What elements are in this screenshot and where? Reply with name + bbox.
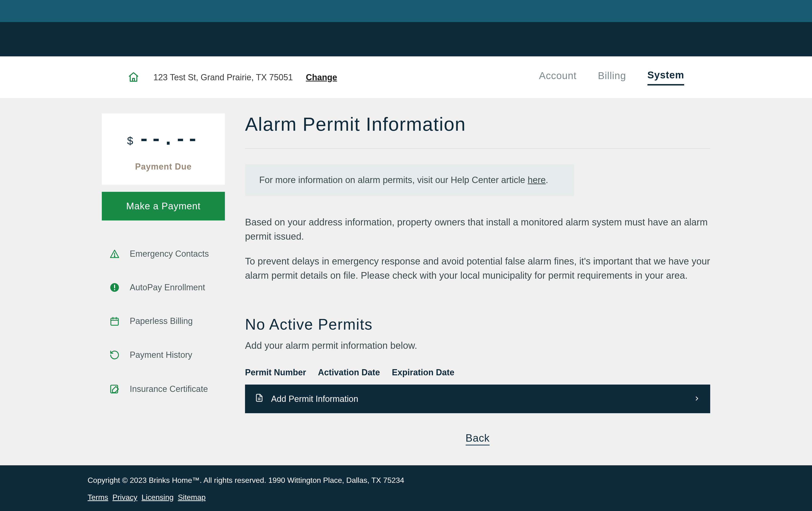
- sidebar-item-label: Payment History: [130, 350, 192, 360]
- nav-tabs: Account Billing System: [539, 69, 684, 85]
- content: Alarm Permit Information For more inform…: [245, 113, 710, 444]
- alert-circle-icon: [109, 283, 120, 292]
- sidebar-item-paperless[interactable]: Paperless Billing: [102, 304, 225, 338]
- info-box-prefix: For more information on alarm permits, v…: [259, 175, 528, 185]
- section-subtitle: Add your alarm permit information below.: [245, 340, 710, 351]
- footer-copyright: Copyright © 2023 Brinks Home™. All right…: [88, 476, 724, 485]
- svg-rect-9: [111, 385, 118, 393]
- page-title: Alarm Permit Information: [245, 113, 710, 149]
- second-strip: [0, 22, 812, 56]
- header-bar: 123 Test St, Grand Prairie, TX 75051 Cha…: [0, 56, 812, 98]
- warning-icon: [109, 249, 120, 259]
- dollar-sign: $: [127, 135, 133, 147]
- tab-account[interactable]: Account: [539, 70, 577, 85]
- payment-due-label: Payment Due: [111, 162, 215, 172]
- sidebar-item-label: Emergency Contacts: [130, 249, 209, 259]
- footer-link-terms[interactable]: Terms: [88, 493, 108, 502]
- section-title: No Active Permits: [245, 316, 710, 333]
- info-box-link[interactable]: here: [528, 175, 546, 185]
- edit-doc-icon: [109, 384, 120, 394]
- back-link-wrap: Back: [245, 432, 710, 444]
- address-text: 123 Test St, Grand Prairie, TX 75051: [153, 73, 293, 82]
- info-box-suffix: .: [546, 175, 548, 185]
- col-activation-date: Activation Date: [318, 368, 380, 377]
- add-permit-button[interactable]: Add Permit Information: [245, 385, 710, 413]
- footer-link-privacy[interactable]: Privacy: [112, 493, 137, 502]
- history-icon: [109, 350, 120, 360]
- tab-billing[interactable]: Billing: [598, 70, 626, 85]
- info-box: For more information on alarm permits, v…: [245, 164, 574, 196]
- amount-value: --.--: [139, 129, 200, 149]
- svg-rect-5: [111, 318, 118, 325]
- calendar-icon: [109, 316, 120, 326]
- document-icon: [255, 394, 263, 404]
- chevron-right-icon: [694, 394, 700, 404]
- col-expiration-date: Expiration Date: [392, 368, 454, 377]
- main-body: $ --.-- Payment Due Make a Payment Emerg…: [0, 98, 812, 465]
- back-link[interactable]: Back: [466, 432, 490, 446]
- sidebar-item-payment-history[interactable]: Payment History: [102, 338, 225, 372]
- sidebar-item-label: Insurance Certificate: [130, 384, 208, 394]
- col-permit-number: Permit Number: [245, 368, 306, 377]
- make-payment-button[interactable]: Make a Payment: [102, 192, 225, 221]
- sidebar-item-autopay[interactable]: AutoPay Enrollment: [102, 271, 225, 304]
- footer-links: Terms Privacy Licensing Sitemap: [88, 493, 724, 502]
- footer-link-licensing[interactable]: Licensing: [142, 493, 174, 502]
- tab-system[interactable]: System: [647, 69, 684, 85]
- home-icon: [128, 71, 139, 84]
- sidebar-item-emergency-contacts[interactable]: Emergency Contacts: [102, 237, 225, 271]
- svg-point-4: [114, 289, 115, 290]
- footer-link-sitemap[interactable]: Sitemap: [178, 493, 205, 502]
- paragraph-2: To prevent delays in emergency response …: [245, 254, 710, 283]
- sidebar-item-insurance[interactable]: Insurance Certificate: [102, 372, 225, 406]
- payment-card: $ --.-- Payment Due: [102, 113, 225, 185]
- sidebar: $ --.-- Payment Due Make a Payment Emerg…: [102, 113, 225, 444]
- sidebar-item-label: Paperless Billing: [130, 316, 193, 326]
- paragraph-1: Based on your address information, prope…: [245, 215, 710, 244]
- table-head: Permit Number Activation Date Expiration…: [245, 368, 710, 377]
- add-permit-label: Add Permit Information: [271, 394, 358, 404]
- footer: Copyright © 2023 Brinks Home™. All right…: [0, 465, 812, 511]
- top-strip: [0, 0, 812, 22]
- side-menu: Emergency Contacts AutoPay Enrollment Pa…: [102, 237, 225, 406]
- sidebar-item-label: AutoPay Enrollment: [130, 283, 205, 292]
- svg-point-1: [114, 256, 115, 257]
- change-link[interactable]: Change: [306, 73, 337, 82]
